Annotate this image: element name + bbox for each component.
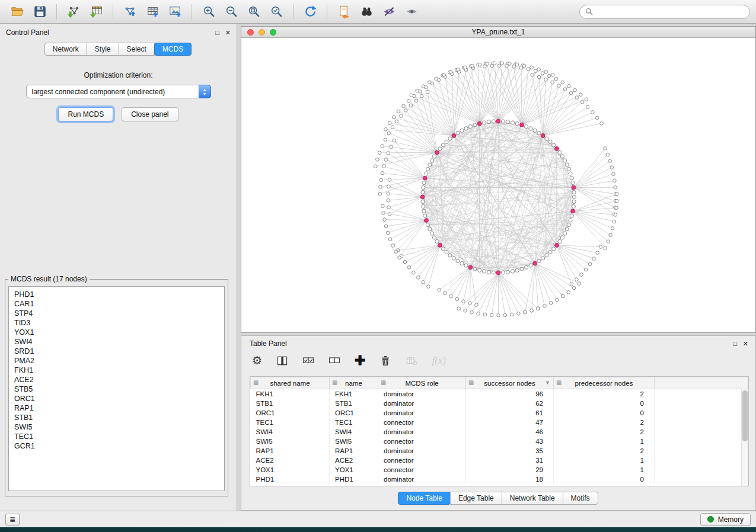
mcds-result-item[interactable]: SRD1: [14, 347, 224, 356]
graph-node[interactable]: [464, 264, 468, 267]
graph-node[interactable]: [402, 104, 406, 108]
graph-node[interactable]: [569, 172, 572, 175]
graph-node[interactable]: [423, 214, 427, 217]
add-column-button[interactable]: ✚: [355, 352, 365, 369]
graph-node[interactable]: [578, 282, 581, 286]
graph-node[interactable]: [492, 271, 495, 274]
show-columns-button[interactable]: [276, 352, 288, 369]
table-row[interactable]: YOX1YOX1connector291: [251, 465, 748, 475]
graph-node[interactable]: [512, 65, 516, 69]
mcds-result-item[interactable]: STB5: [14, 384, 224, 394]
window-minimize-icon[interactable]: [259, 29, 265, 36]
close-panel-button[interactable]: Close panel: [122, 107, 178, 121]
tab-style[interactable]: Style: [87, 43, 119, 56]
network-graph[interactable]: [241, 38, 755, 332]
table-row[interactable]: TEC1TEC1connector472: [251, 418, 748, 427]
run-mcds-button[interactable]: Run MCDS: [58, 107, 113, 121]
search-input[interactable]: [596, 8, 744, 16]
zoom-fit-button[interactable]: [243, 2, 265, 22]
graph-hub-node[interactable]: [496, 271, 500, 275]
graph-node[interactable]: [384, 138, 387, 142]
tab-edge-table[interactable]: Edge Table: [450, 492, 502, 505]
graph-node[interactable]: [515, 63, 519, 66]
graph-node[interactable]: [572, 190, 576, 194]
window-close-icon[interactable]: [247, 29, 254, 36]
graph-node[interactable]: [529, 264, 532, 267]
graph-node[interactable]: [544, 78, 548, 82]
graph-node[interactable]: [422, 185, 425, 189]
graph-node[interactable]: [531, 73, 534, 77]
graph-node[interactable]: [383, 218, 387, 222]
graph-node[interactable]: [595, 116, 599, 120]
graph-node[interactable]: [533, 129, 537, 132]
graph-node[interactable]: [584, 268, 588, 271]
graph-node[interactable]: [482, 270, 486, 273]
graph-node[interactable]: [570, 214, 573, 217]
graph-node[interactable]: [537, 131, 541, 134]
graph-node[interactable]: [393, 116, 396, 119]
graph-node[interactable]: [604, 147, 607, 150]
mcds-result-item[interactable]: ACE2: [14, 375, 224, 384]
graph-node[interactable]: [520, 267, 524, 271]
graph-node[interactable]: [612, 172, 615, 176]
zoom-in-button[interactable]: [197, 2, 220, 22]
graph-node[interactable]: [591, 111, 595, 114]
graph-node[interactable]: [557, 84, 561, 88]
graph-node[interactable]: [614, 213, 617, 217]
graph-node[interactable]: [611, 227, 614, 230]
graph-node[interactable]: [511, 270, 514, 273]
tab-network[interactable]: Network: [44, 43, 87, 56]
memory-button[interactable]: Memory: [700, 513, 751, 526]
graph-node[interactable]: [508, 62, 512, 66]
graph-node[interactable]: [470, 310, 474, 314]
graph-node[interactable]: [588, 262, 592, 266]
mcds-result-item[interactable]: SWI4: [14, 337, 224, 347]
graph-node[interactable]: [497, 313, 500, 317]
graph-node[interactable]: [511, 121, 514, 124]
graph-hub-node[interactable]: [435, 150, 439, 155]
graph-node[interactable]: [387, 152, 390, 155]
graph-node[interactable]: [493, 62, 496, 65]
graph-node[interactable]: [422, 281, 425, 284]
graph-node[interactable]: [477, 312, 480, 316]
graph-node[interactable]: [569, 219, 572, 222]
graph-node[interactable]: [560, 236, 564, 239]
graph-node[interactable]: [464, 66, 467, 69]
graph-node[interactable]: [388, 238, 392, 241]
graph-hub-node[interactable]: [452, 134, 456, 138]
graph-node[interactable]: [390, 145, 393, 149]
search-network-button[interactable]: [355, 2, 378, 22]
graph-node[interactable]: [563, 159, 566, 162]
graph-node[interactable]: [524, 125, 528, 129]
graph-node[interactable]: [387, 206, 391, 209]
graph-node[interactable]: [515, 122, 519, 126]
graph-hub-node[interactable]: [423, 176, 427, 180]
graph-node[interactable]: [561, 81, 564, 84]
graph-node[interactable]: [384, 225, 388, 228]
show-details-button[interactable]: [400, 2, 423, 22]
graph-node[interactable]: [519, 66, 523, 69]
graph-node[interactable]: [398, 256, 401, 259]
graph-node[interactable]: [426, 90, 429, 94]
graph-node[interactable]: [501, 120, 505, 123]
graph-node[interactable]: [382, 211, 385, 215]
graph-node[interactable]: [445, 251, 448, 254]
optimization-dropdown[interactable]: largest connected component (undirected)…: [26, 85, 211, 98]
graph-node[interactable]: [614, 185, 617, 189]
graph-node[interactable]: [379, 178, 383, 182]
graph-node[interactable]: [487, 270, 490, 274]
select-all-button[interactable]: [302, 352, 314, 369]
graph-node[interactable]: [506, 120, 509, 124]
graph-node[interactable]: [592, 257, 596, 261]
graph-hub-node[interactable]: [571, 209, 575, 213]
graph-hub-node[interactable]: [477, 121, 481, 126]
graph-node[interactable]: [395, 120, 398, 123]
graph-node[interactable]: [541, 72, 544, 75]
graph-node[interactable]: [548, 251, 552, 254]
mcds-result-item[interactable]: STP4: [14, 309, 224, 318]
graph-node[interactable]: [560, 155, 564, 158]
graph-node[interactable]: [505, 64, 509, 68]
table-scrollbar[interactable]: [741, 389, 748, 486]
graph-node[interactable]: [537, 259, 541, 262]
graph-node[interactable]: [378, 151, 381, 155]
